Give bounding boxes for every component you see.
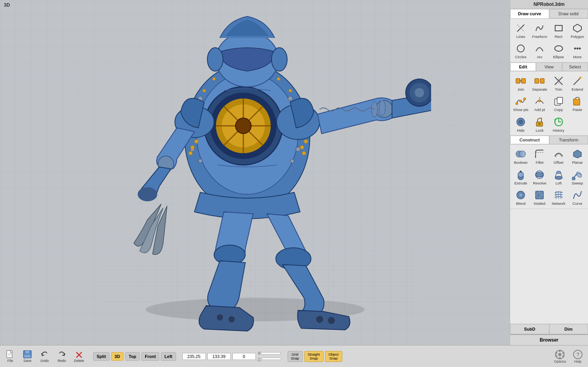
grid-snap-button[interactable]: Grid Snap xyxy=(288,351,303,362)
trim-icon xyxy=(553,75,565,87)
btn-subd[interactable]: SubD xyxy=(510,324,549,334)
tool-network[interactable]: Network xyxy=(550,187,568,207)
tool-rect[interactable]: Rect xyxy=(550,20,568,40)
tab-select[interactable]: Select xyxy=(562,63,588,71)
tab-draw-curve[interactable]: Draw curve xyxy=(510,9,549,18)
tool-offset[interactable]: Offset xyxy=(550,146,568,166)
help-icon: ? xyxy=(572,349,583,360)
tool-curve-label: Curve xyxy=(572,202,582,206)
tool-planar[interactable]: Planar xyxy=(568,146,586,166)
svg-point-60 xyxy=(203,89,206,92)
tool-lock[interactable]: Lock xyxy=(530,114,548,134)
tool-history[interactable]: History xyxy=(550,114,568,134)
edit-tools-grid: Join Separate xyxy=(512,73,586,134)
options-button[interactable]: Options xyxy=(552,349,568,364)
tool-polygon[interactable]: Polygon xyxy=(568,20,586,40)
coord-angle[interactable] xyxy=(262,358,281,360)
tool-hide[interactable]: Hide xyxy=(512,114,530,134)
coord-z[interactable]: 0 xyxy=(232,353,256,360)
tool-add-pt[interactable]: + Add pt xyxy=(530,93,548,113)
tool-arc[interactable]: Arc xyxy=(530,41,548,60)
svg-point-58 xyxy=(212,77,216,81)
tool-extrude[interactable]: Extrude xyxy=(512,167,530,186)
browser-button[interactable]: Browser xyxy=(510,334,588,345)
svg-point-113 xyxy=(519,193,523,197)
file-button[interactable]: File xyxy=(2,349,18,363)
show-pts-icon xyxy=(515,95,527,107)
construct-tools-section: Boolean Fillet xyxy=(510,145,588,209)
undo-label: Undo xyxy=(40,359,49,363)
tool-separate[interactable]: Separate xyxy=(530,73,548,93)
tool-rect-label: Rect xyxy=(555,35,563,39)
svg-point-107 xyxy=(557,171,561,174)
tool-blend[interactable]: Blend xyxy=(512,187,530,207)
tool-extend[interactable]: Extend xyxy=(568,73,586,93)
tool-sweep[interactable]: Sweep xyxy=(568,167,586,186)
svg-rect-63 xyxy=(555,25,562,31)
svg-point-41 xyxy=(379,100,385,116)
redo-button[interactable]: Redo xyxy=(54,349,70,363)
tab-construct[interactable]: Construct xyxy=(510,136,549,144)
tool-show-pts[interactable]: Show pts xyxy=(512,93,530,113)
coord-x[interactable]: 235.25 xyxy=(182,353,206,360)
help-button[interactable]: ? Help xyxy=(570,349,586,364)
view-left-button[interactable]: Left xyxy=(161,352,176,361)
tool-curve[interactable]: Curve xyxy=(568,187,586,207)
svg-point-133 xyxy=(563,355,565,357)
split-view-button[interactable]: Split xyxy=(93,352,110,361)
tab-draw-solid[interactable]: Draw solid xyxy=(549,9,588,18)
object-snap-button[interactable]: Object Snap xyxy=(325,351,342,362)
tool-revolve[interactable]: Revolve xyxy=(530,167,548,186)
separate-icon xyxy=(534,75,545,87)
history-icon xyxy=(553,116,565,128)
svg-point-30 xyxy=(207,48,223,71)
tool-fillet[interactable]: Fillet xyxy=(530,146,548,166)
view-3d-button[interactable]: 3D xyxy=(111,352,124,361)
view-front-button[interactable]: Front xyxy=(141,352,159,361)
svg-point-69 xyxy=(579,48,581,50)
svg-rect-76 xyxy=(540,79,544,83)
straight-snap-button[interactable]: Straight Snap xyxy=(304,351,324,362)
tool-boolean[interactable]: Boolean xyxy=(512,146,530,166)
tool-blend-label: Blend xyxy=(516,202,525,206)
tool-join[interactable]: Join xyxy=(512,73,530,93)
tool-nsided[interactable]: N Nsided xyxy=(530,187,548,207)
delete-label: Delete xyxy=(74,359,84,363)
tool-trim[interactable]: Trim xyxy=(550,73,568,93)
btn-dim[interactable]: Dim xyxy=(549,324,588,334)
tool-circles[interactable]: Circles xyxy=(512,41,530,60)
delete-button[interactable]: Delete xyxy=(71,349,87,363)
tool-lines-label: Lines xyxy=(516,35,525,39)
options-label: Options xyxy=(554,360,566,363)
tab-edit[interactable]: Edit xyxy=(510,63,536,71)
planar-icon xyxy=(572,148,583,160)
curve-tool-icon xyxy=(572,189,583,201)
tab-transform[interactable]: Transform xyxy=(549,136,588,144)
svg-point-85 xyxy=(523,98,526,100)
tool-join-label: Join xyxy=(517,88,524,91)
tab-view[interactable]: View xyxy=(536,63,562,71)
tool-circles-label: Circles xyxy=(515,55,527,59)
svg-point-51 xyxy=(300,145,304,149)
view-top-button[interactable]: Top xyxy=(125,352,140,361)
tool-revolve-label: Revolve xyxy=(533,181,546,185)
tool-copy[interactable]: Copy xyxy=(550,93,568,113)
tool-loft-label: Loft xyxy=(556,181,562,185)
viewport-3d[interactable]: 3D xyxy=(0,0,510,345)
coord-d[interactable] xyxy=(261,352,281,354)
undo-button[interactable]: Undo xyxy=(37,349,52,363)
tool-lines[interactable]: Lines xyxy=(512,20,530,40)
subd-dim-row: SubD Dim xyxy=(510,324,588,334)
svg-point-59 xyxy=(289,89,292,92)
tool-loft[interactable]: Loft xyxy=(550,167,568,186)
coord-y[interactable]: 133.39 xyxy=(207,353,231,360)
svg-point-128 xyxy=(559,350,561,352)
tool-ellipse[interactable]: Ellipse xyxy=(550,41,568,60)
save-button[interactable]: Save xyxy=(20,349,35,363)
tool-paste[interactable]: Paste xyxy=(568,93,586,113)
tool-more[interactable]: More xyxy=(568,41,586,60)
tool-freeform[interactable]: Freeform xyxy=(530,20,548,40)
svg-point-132 xyxy=(556,355,557,357)
fillet-icon xyxy=(534,148,545,160)
save-label: Save xyxy=(23,359,32,363)
